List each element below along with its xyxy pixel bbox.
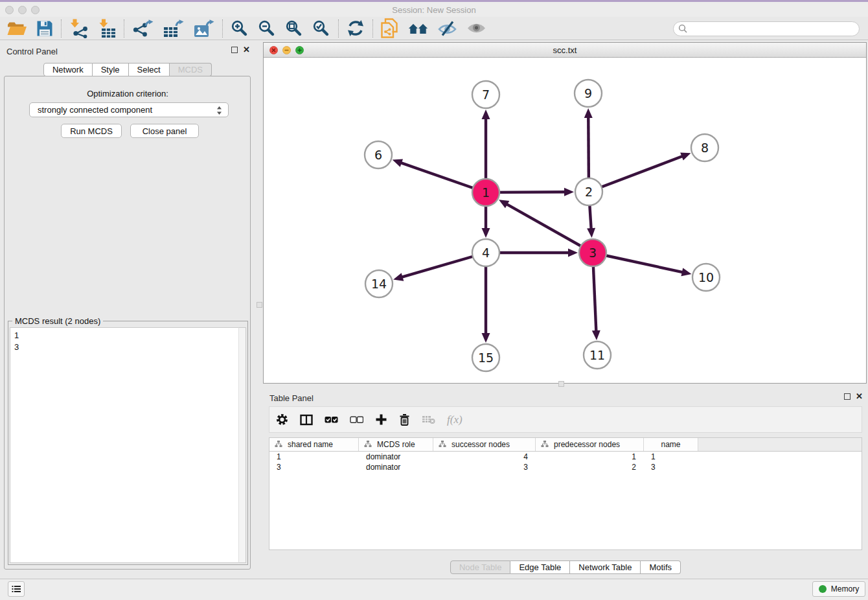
toolbar-separator bbox=[124, 19, 124, 38]
node-table-body: 1dominator4113dominator323 bbox=[269, 452, 862, 472]
delete-row-icon[interactable] bbox=[399, 413, 410, 426]
export-network-icon[interactable] bbox=[132, 19, 154, 38]
control-panel-tabs: NetworkStyleSelectMCDS bbox=[0, 63, 255, 76]
result-scrollbar[interactable] bbox=[238, 327, 246, 563]
horizontal-splitter-handle[interactable] bbox=[558, 381, 564, 387]
open-session-icon[interactable] bbox=[6, 19, 27, 37]
graph-node-label: 14 bbox=[371, 277, 387, 291]
edge-arrowhead bbox=[393, 159, 403, 167]
clone-network-icon[interactable] bbox=[381, 18, 398, 38]
memory-status-icon bbox=[819, 585, 827, 593]
network-window-titlebar[interactable]: scc.txt bbox=[264, 43, 866, 58]
edge-3-1[interactable] bbox=[506, 204, 593, 253]
hide-selected-icon[interactable] bbox=[438, 21, 457, 36]
graph-node-label: 6 bbox=[374, 148, 382, 162]
zoom-fit-icon[interactable] bbox=[285, 19, 303, 38]
add-row-icon[interactable] bbox=[375, 413, 387, 426]
zoom-in-icon[interactable] bbox=[231, 19, 249, 38]
column-header-predecessor-nodes[interactable]: predecessor nodes bbox=[536, 438, 644, 451]
table-tab-node-table[interactable]: Node Table bbox=[450, 560, 511, 574]
table-cell[interactable]: 3 bbox=[644, 462, 698, 472]
mcds-result-text[interactable]: 1 3 bbox=[10, 327, 238, 563]
column-header-name[interactable]: name bbox=[644, 438, 698, 451]
close-table-panel-icon[interactable]: ✕ bbox=[856, 393, 863, 400]
graph-node-label: 2 bbox=[585, 185, 593, 199]
graph-node-label: 15 bbox=[478, 351, 494, 365]
table-cell[interactable]: 2 bbox=[536, 462, 644, 472]
toolbar-separator bbox=[372, 19, 373, 38]
network-canvas[interactable]: 7968124314101511 bbox=[264, 58, 866, 383]
zoom-out-icon[interactable] bbox=[258, 19, 276, 38]
float-panel-icon[interactable] bbox=[231, 47, 238, 53]
task-history-button[interactable] bbox=[8, 581, 25, 597]
search-input[interactable] bbox=[673, 21, 860, 36]
table-cell[interactable]: 1 bbox=[644, 452, 698, 462]
close-panel-icon[interactable]: ✕ bbox=[243, 47, 250, 53]
memory-button[interactable]: Memory bbox=[812, 581, 865, 597]
mcds-result-box: MCDS result (2 nodes) 1 3 bbox=[8, 321, 248, 565]
table-tab-motifs[interactable]: Motifs bbox=[641, 560, 681, 574]
column-type-icon bbox=[541, 440, 549, 450]
table-cell[interactable]: 3 bbox=[433, 462, 536, 472]
column-header-successor-nodes[interactable]: successor nodes bbox=[433, 438, 536, 451]
task-list-icon bbox=[11, 584, 21, 594]
table-row-1[interactable]: 3dominator323 bbox=[269, 462, 862, 472]
column-header-shared-name[interactable]: shared name bbox=[269, 438, 359, 451]
column-label: name bbox=[661, 440, 680, 449]
edge-arrowhead bbox=[592, 330, 600, 340]
table-tab-network-table[interactable]: Network Table bbox=[570, 560, 641, 574]
table-cell[interactable]: 1 bbox=[536, 452, 644, 462]
criterion-select[interactable]: strongly connected component bbox=[29, 102, 229, 117]
tab-select[interactable]: Select bbox=[129, 63, 170, 76]
edge-arrowhead bbox=[482, 228, 490, 238]
import-table-icon[interactable] bbox=[98, 19, 116, 38]
select-all-icon[interactable] bbox=[325, 416, 338, 424]
table-cell[interactable]: 4 bbox=[433, 452, 536, 462]
tab-style[interactable]: Style bbox=[93, 63, 129, 76]
export-image-icon[interactable] bbox=[193, 19, 214, 38]
tab-network[interactable]: Network bbox=[43, 63, 93, 76]
deselect-all-icon[interactable] bbox=[350, 416, 363, 424]
column-header-MCDS-role[interactable]: MCDS role bbox=[359, 438, 433, 451]
run-mcds-button[interactable]: Run MCDS bbox=[61, 124, 122, 138]
column-header-filler bbox=[698, 438, 862, 451]
table-cell[interactable]: dominator bbox=[359, 452, 433, 462]
status-bar: Memory bbox=[0, 579, 868, 600]
window-title: Session: New Session bbox=[0, 5, 868, 15]
vertical-splitter-handle[interactable] bbox=[257, 302, 262, 308]
edge-2-8[interactable] bbox=[589, 156, 683, 192]
export-table-icon[interactable] bbox=[163, 19, 184, 38]
tab-mcds[interactable]: MCDS bbox=[170, 63, 212, 76]
float-table-panel-icon[interactable] bbox=[844, 393, 851, 400]
import-network-icon[interactable] bbox=[69, 19, 89, 38]
save-session-icon[interactable] bbox=[36, 20, 53, 37]
table-row-0[interactable]: 1dominator411 bbox=[269, 452, 862, 462]
search-field bbox=[673, 21, 860, 36]
control-panel-title: Control Panel bbox=[6, 47, 58, 56]
graph-node-label: 11 bbox=[589, 348, 605, 362]
network-graph: 7968124314101511 bbox=[264, 58, 866, 383]
table-tab-edge-table[interactable]: Edge Table bbox=[510, 560, 570, 574]
settings-icon[interactable] bbox=[276, 413, 288, 426]
first-neighbors-icon[interactable] bbox=[407, 21, 429, 36]
table-cell[interactable]: 1 bbox=[269, 452, 359, 462]
toolbar-separator bbox=[222, 19, 223, 38]
control-panel: Control Panel ✕ NetworkStyleSelectMCDS O… bbox=[0, 40, 255, 579]
criterion-value: strongly connected component bbox=[38, 105, 152, 115]
table-cell[interactable]: 3 bbox=[269, 462, 359, 472]
close-panel-button[interactable]: Close panel bbox=[130, 124, 199, 138]
graph-node-label: 8 bbox=[701, 141, 709, 155]
refresh-icon[interactable] bbox=[347, 19, 365, 37]
graph-node-label: 10 bbox=[698, 270, 714, 284]
edge-arrowhead bbox=[568, 249, 578, 257]
split-columns-icon[interactable] bbox=[300, 414, 313, 426]
zoom-selected-icon[interactable] bbox=[312, 19, 330, 38]
network-view-title: scc.txt bbox=[264, 45, 866, 55]
column-label: predecessor nodes bbox=[554, 440, 620, 449]
graph-node-label: 7 bbox=[482, 87, 490, 102]
table-cell[interactable]: dominator bbox=[359, 462, 433, 472]
graph-node-label: 9 bbox=[584, 86, 592, 100]
show-all-icon[interactable] bbox=[466, 21, 486, 35]
search-icon bbox=[678, 24, 688, 34]
table-toolbar: f(x) bbox=[269, 406, 862, 433]
